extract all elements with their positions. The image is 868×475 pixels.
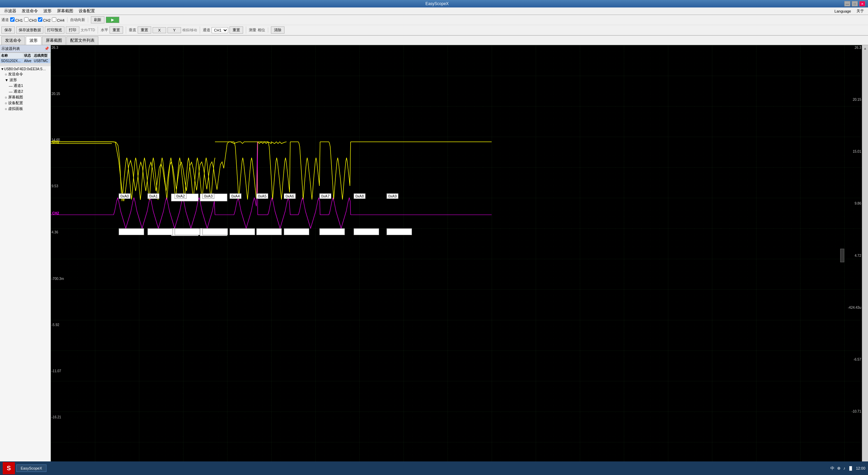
save-wave-button[interactable]: 保存波形数据 bbox=[16, 26, 43, 34]
menu-waveform[interactable]: 波形 bbox=[41, 7, 54, 15]
menu-bar: 示波器 发送命令 波形 屏幕截图 设备配置 Language 关于 bbox=[0, 7, 868, 15]
ch2-checkbox-label[interactable]: CH2 bbox=[38, 17, 51, 22]
tab-config-list[interactable]: 配置文件列表 bbox=[66, 36, 98, 45]
language-label[interactable]: Language bbox=[832, 8, 854, 14]
sys-icon-sound[interactable]: ♪ bbox=[843, 466, 845, 471]
refresh-button[interactable]: 刷新 bbox=[91, 16, 104, 23]
decode-lower-5 bbox=[256, 228, 282, 235]
decode-lower-7 bbox=[319, 228, 345, 235]
tree-ch2-icon: — bbox=[9, 90, 13, 94]
device-table: 名称 状态 总线类型 SDS1202X... Alive USBTMC bbox=[0, 53, 51, 63]
decode-lower-4 bbox=[230, 228, 255, 235]
file-group: 保存 保存波形数据 打印预览 打印 文件/TTD bbox=[1, 26, 98, 34]
channel-select-group: 通道 CH1 CH2 重置 bbox=[203, 26, 246, 34]
device-row[interactable]: SDS1202X... Alive USBTMC bbox=[0, 59, 51, 63]
phase-label: 相位 bbox=[258, 27, 265, 33]
ch2-indicator: CH2 bbox=[52, 211, 59, 215]
tree-expand-icon: ▼ bbox=[1, 67, 4, 71]
channel-group-label: 通道 bbox=[1, 17, 9, 22]
reset-ch-button[interactable]: 重置 bbox=[230, 26, 243, 34]
tree-area: ▼ USB0:0xF4ED:0xEE3A:SDS1EDED5R ○ 发送命令 ▼… bbox=[0, 66, 51, 462]
close-button[interactable]: ✕ bbox=[859, 1, 865, 6]
tree-screenshot-icon: ○ bbox=[5, 95, 7, 99]
tree-screenshot[interactable]: ○ 屏幕截图 bbox=[1, 94, 50, 100]
ch3-checkbox-label[interactable]: CH3 bbox=[24, 17, 37, 22]
measure-group: 测量 相位 bbox=[249, 27, 268, 33]
sys-icon-zh[interactable]: 中 bbox=[830, 466, 834, 471]
tree-device-config[interactable]: ○ 设备配置 bbox=[1, 100, 50, 106]
ch2-checkbox[interactable] bbox=[38, 17, 42, 22]
tree-send-icon: ○ bbox=[5, 72, 7, 76]
decode-lower-8 bbox=[354, 228, 379, 235]
window-controls: — □ ✕ bbox=[844, 1, 865, 6]
scope-area[interactable]: 26.3 20.15 14.65 9.53 4.36 -700.3m -5.92… bbox=[51, 45, 862, 466]
taskbar: S EasyScopeX 中 ⊕ ♪ ▐▌ 12:00 bbox=[0, 461, 868, 475]
device-bus: USBTMC bbox=[33, 59, 50, 63]
device-list-scrollbar[interactable] bbox=[0, 63, 51, 66]
channel-select[interactable]: CH1 CH2 bbox=[212, 27, 228, 33]
about-label[interactable]: 关于 bbox=[854, 8, 867, 14]
tab-screenshot[interactable]: 屏幕截图 bbox=[42, 36, 66, 45]
taskbar-app-easyscope[interactable]: EasyScopeX bbox=[16, 464, 46, 472]
menu-screenshot[interactable]: 屏幕截图 bbox=[54, 7, 76, 15]
ch1-checkbox-label[interactable]: CH1 bbox=[10, 17, 23, 22]
col-bus: 总线类型 bbox=[33, 53, 50, 59]
run-button[interactable]: ▶ bbox=[106, 17, 119, 23]
tab-waveform[interactable]: 波形 bbox=[26, 36, 41, 45]
horizontal-label: 水平 bbox=[101, 27, 108, 33]
start-button[interactable]: S bbox=[3, 462, 15, 474]
decode-lower-2 bbox=[175, 228, 200, 235]
scope-scroll-right[interactable] bbox=[840, 249, 844, 262]
device-list-title: 示波器列表 bbox=[1, 46, 20, 51]
tree-channel2[interactable]: — 通道2 bbox=[1, 89, 50, 94]
move-group-label: 模拟/移动 bbox=[182, 28, 197, 33]
reset-h-button[interactable]: 重置 bbox=[110, 26, 123, 34]
decode-label-0xA8: 0xA8 bbox=[354, 193, 366, 199]
auto-group: 自动向新 bbox=[70, 17, 88, 22]
save-button[interactable]: 保存 bbox=[1, 26, 15, 34]
tree-root-label: USB0:0xF4ED:0xEE3A:SDS1EDED5R bbox=[4, 67, 48, 71]
tab-send-command[interactable]: 发送命令 bbox=[1, 36, 25, 45]
menu-device-config[interactable]: 设备配置 bbox=[76, 7, 98, 15]
sys-icon-network[interactable]: ⊕ bbox=[837, 466, 841, 471]
toolbar-area: 通道 CH1 CH3 CH2 CH4 自动向新 刷新 ▶ 保存 保存波形数据 打… bbox=[0, 15, 868, 36]
device-status: Alive bbox=[23, 59, 33, 63]
print-button[interactable]: 打印 bbox=[66, 26, 79, 34]
ch3-checkbox[interactable] bbox=[24, 17, 28, 22]
reset-v-button[interactable]: 重置 bbox=[138, 26, 151, 34]
scope-grid bbox=[51, 45, 862, 466]
main-content: 示波器列表 📌 名称 状态 总线类型 SDS1202X... Alive USB… bbox=[0, 45, 868, 466]
tree-config-label: 设备配置 bbox=[8, 100, 23, 106]
tree-virtual-icon: ○ bbox=[5, 107, 7, 111]
ch4-checkbox[interactable] bbox=[52, 17, 56, 22]
ch1-checkbox[interactable] bbox=[10, 17, 15, 22]
tree-send-label: 发送命令 bbox=[8, 72, 23, 77]
decode-label-0xA5: 0xA5 bbox=[256, 193, 268, 199]
toolbar-row-1: 通道 CH1 CH3 CH2 CH4 自动向新 刷新 ▶ bbox=[0, 15, 868, 25]
taskbar-left: S EasyScopeX bbox=[3, 462, 46, 474]
tree-send-command[interactable]: ○ 发送命令 bbox=[1, 71, 50, 77]
tree-waveform[interactable]: ▼ 波形 bbox=[1, 77, 50, 83]
tree-virtual-panel[interactable]: ○ 虚拟面板 bbox=[1, 106, 50, 112]
decode-lower-1 bbox=[147, 228, 173, 235]
tree-channel1[interactable]: — 通道1 bbox=[1, 83, 50, 89]
decode-lower-9 bbox=[387, 228, 412, 235]
channel-group: 通道 CH1 CH3 CH2 CH4 bbox=[1, 17, 67, 22]
pin-icon[interactable]: 📌 bbox=[44, 46, 49, 51]
ch4-checkbox-label[interactable]: CH4 bbox=[52, 17, 64, 22]
app-title: EasyScopeX bbox=[426, 1, 449, 6]
maximize-button[interactable]: □ bbox=[852, 1, 858, 6]
tree-ch2-label: 通道2 bbox=[14, 89, 23, 94]
minimize-button[interactable]: — bbox=[844, 1, 850, 6]
right-panel: ▲ ▼ bbox=[862, 45, 868, 466]
y-button[interactable]: Y bbox=[167, 27, 181, 33]
menu-send-command[interactable]: 发送命令 bbox=[19, 7, 41, 15]
menu-oscilloscope[interactable]: 示波器 bbox=[1, 7, 19, 15]
vertical-label: 垂直 bbox=[129, 27, 136, 33]
clear-button[interactable]: 清除 bbox=[271, 26, 284, 34]
tree-screenshot-label: 屏幕截图 bbox=[8, 95, 23, 100]
x-button[interactable]: X bbox=[153, 27, 166, 33]
scroll-up-icon[interactable]: ▲ bbox=[864, 46, 867, 50]
print-preview-button[interactable]: 打印预览 bbox=[45, 26, 64, 34]
sys-clock: 12:00 bbox=[856, 466, 865, 470]
